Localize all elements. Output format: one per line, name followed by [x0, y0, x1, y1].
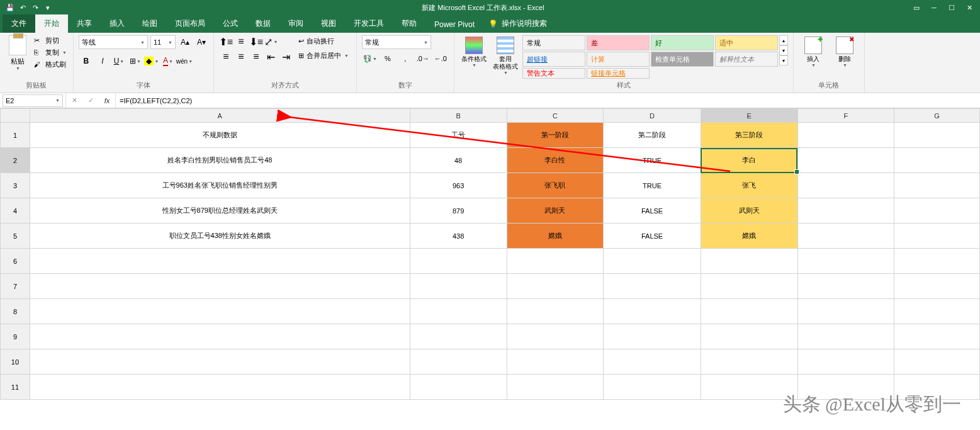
col-header-D[interactable]: D — [604, 109, 701, 123]
cell-A2[interactable]: 姓名李白性别男职位销售员工号48 — [30, 148, 410, 173]
cell-G2[interactable] — [894, 148, 979, 173]
close-icon[interactable]: ✕ — [961, 1, 977, 14]
cell-E7[interactable] — [701, 274, 797, 299]
cell-F6[interactable] — [797, 249, 894, 274]
ribbon-options-icon[interactable]: ▭ — [908, 1, 925, 14]
style-linked[interactable]: 链接单元格 — [587, 68, 650, 79]
align-bottom-button[interactable]: ⬇≡ — [249, 35, 263, 48]
fx-button[interactable]: fx — [99, 93, 115, 108]
font-color-button[interactable]: A▼ — [161, 54, 176, 68]
cell-A3[interactable]: 工号963姓名张飞职位销售经理性别男 — [30, 173, 410, 198]
increase-decimal-button[interactable]: .0→ — [415, 52, 431, 65]
cell-G4[interactable] — [894, 198, 979, 223]
format-painter-button[interactable]: 格式刷 — [33, 59, 68, 70]
tab-powerpivot[interactable]: Power Pivot — [425, 16, 483, 33]
cell-C5[interactable]: 嫦娥 — [507, 223, 604, 249]
row-header-2[interactable]: 2 — [1, 148, 30, 173]
cell-C1[interactable]: 第一阶段 — [507, 123, 604, 148]
increase-indent-button[interactable]: ⇥ — [279, 50, 293, 63]
cell-F9[interactable] — [797, 324, 894, 349]
cell-B10[interactable] — [410, 349, 507, 375]
accounting-button[interactable]: 💱▼ — [362, 52, 378, 65]
col-header-E[interactable]: E — [701, 109, 797, 123]
align-center-button[interactable]: ≡ — [234, 50, 248, 63]
col-header-G[interactable]: G — [894, 109, 979, 123]
cell-G5[interactable] — [894, 223, 979, 249]
styles-more-icon[interactable]: ▼ — [779, 55, 788, 65]
styles-down-icon[interactable]: ▼ — [779, 45, 788, 55]
cell-G6[interactable] — [894, 249, 979, 274]
cell-G1[interactable] — [894, 123, 979, 148]
style-hyperlink[interactable]: 超链接 — [522, 52, 585, 67]
row-header-3[interactable]: 3 — [1, 173, 30, 198]
cancel-formula-button[interactable]: ✕ — [66, 93, 82, 108]
cell-C3[interactable]: 张飞职 — [507, 173, 604, 198]
cell-C7[interactable] — [507, 274, 604, 299]
cell-E3[interactable]: 张飞 — [701, 173, 797, 198]
delete-cells-button[interactable]: ✖ 删除▼ — [830, 35, 859, 69]
minimize-icon[interactable]: ─ — [926, 1, 942, 14]
bold-button[interactable]: B — [79, 54, 94, 68]
style-neutral[interactable]: 适中 — [715, 35, 778, 50]
fill-color-button[interactable]: ◆▼ — [144, 54, 159, 68]
row-header-6[interactable]: 6 — [1, 249, 30, 274]
comma-button[interactable]: , — [397, 52, 414, 65]
row-header-10[interactable]: 10 — [1, 349, 30, 375]
cell-B2[interactable]: 48 — [410, 148, 507, 173]
cell-D9[interactable] — [604, 324, 701, 349]
cell-C9[interactable] — [507, 324, 604, 349]
select-all-corner[interactable] — [1, 109, 30, 123]
cell-E10[interactable] — [701, 349, 797, 375]
cell-B7[interactable] — [410, 274, 507, 299]
tab-developer[interactable]: 开发工具 — [345, 14, 393, 33]
cell-A5[interactable]: 职位文员工号438性别女姓名嫦娥 — [30, 223, 410, 249]
tab-review[interactable]: 审阅 — [279, 14, 312, 33]
align-top-button[interactable]: ⬆≡ — [219, 35, 233, 48]
maximize-icon[interactable]: ☐ — [943, 1, 960, 14]
row-header-4[interactable]: 4 — [1, 198, 30, 223]
font-size-select[interactable]: 11▼ — [150, 35, 176, 49]
table-format-button[interactable]: 套用 表格格式▼ — [491, 35, 520, 76]
number-format-select[interactable]: 常规▼ — [362, 35, 431, 49]
tab-file[interactable]: 文件 — [3, 14, 35, 33]
increase-font-button[interactable]: A▴ — [178, 35, 192, 49]
cell-B6[interactable] — [410, 249, 507, 274]
percent-button[interactable]: % — [380, 52, 396, 65]
tab-data[interactable]: 数据 — [247, 14, 279, 33]
decrease-decimal-button[interactable]: ←.0 — [432, 52, 449, 65]
cell-B9[interactable] — [410, 324, 507, 349]
cell-G7[interactable] — [894, 274, 979, 299]
cell-B3[interactable]: 963 — [410, 173, 507, 198]
cell-F4[interactable] — [797, 198, 894, 223]
col-header-B[interactable]: B — [410, 109, 507, 123]
cell-C2[interactable]: 李白性 — [507, 148, 604, 173]
cell-E5[interactable]: 嫦娥 — [701, 223, 797, 249]
style-check[interactable]: 检查单元格 — [651, 52, 714, 67]
phonetic-button[interactable]: wén▼ — [177, 54, 192, 68]
cell-C6[interactable] — [507, 249, 604, 274]
cell-A6[interactable] — [30, 249, 410, 274]
redo-icon[interactable]: ↷ — [30, 3, 40, 13]
align-right-button[interactable]: ≡ — [249, 50, 263, 63]
tab-formulas[interactable]: 公式 — [214, 14, 247, 33]
cell-F3[interactable] — [797, 173, 894, 198]
cell-B4[interactable]: 879 — [410, 198, 507, 223]
cell-D3[interactable]: TRUE — [604, 173, 701, 198]
font-name-select[interactable]: 等线▼ — [79, 35, 148, 49]
cell-F5[interactable] — [797, 223, 894, 249]
row-header-1[interactable]: 1 — [1, 123, 30, 148]
save-icon[interactable]: 💾 — [5, 3, 15, 13]
style-explain[interactable]: 解释性文本 — [715, 52, 778, 67]
cell-E8[interactable] — [701, 299, 797, 324]
cell-E9[interactable] — [701, 324, 797, 349]
name-box[interactable]: E2▼ — [3, 94, 63, 107]
tab-insert[interactable]: 插入 — [101, 14, 133, 33]
cell-C8[interactable] — [507, 299, 604, 324]
tab-draw[interactable]: 绘图 — [133, 14, 166, 33]
cell-A4[interactable]: 性别女工号879职位总经理姓名武则天 — [30, 198, 410, 223]
cell-D2[interactable]: TRUE — [604, 148, 701, 173]
cell-B5[interactable]: 438 — [410, 223, 507, 249]
tab-home[interactable]: 开始 — [35, 14, 68, 33]
row-header-5[interactable]: 5 — [1, 223, 30, 249]
cell-D11[interactable] — [604, 375, 701, 400]
